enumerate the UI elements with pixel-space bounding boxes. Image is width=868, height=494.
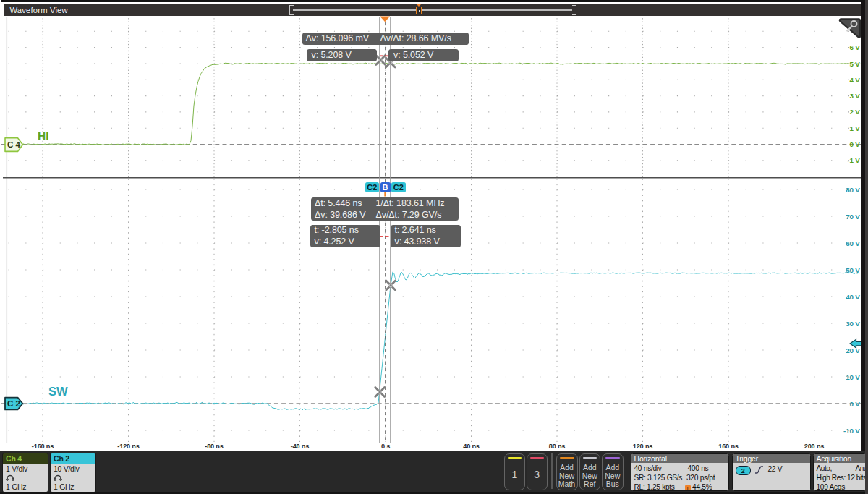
svg-text:C 4: C 4 [7,140,21,149]
svg-text:-10 V: -10 V [843,427,860,435]
svg-text:160 ns: 160 ns [718,443,738,450]
svg-text:60 V: 60 V [846,239,860,247]
svg-text:-160 ns: -160 ns [32,443,54,450]
svg-text:C 2: C 2 [7,399,20,408]
svg-text:4 V: 4 V [849,76,860,84]
svg-text:0 V: 0 V [849,140,860,148]
svg-text:5 V: 5 V [849,60,860,68]
svg-text:30 V: 30 V [846,320,860,328]
svg-text:20 V: 20 V [846,346,860,354]
svg-text:HI: HI [38,129,49,142]
svg-text:10 V: 10 V [846,373,860,381]
svg-text:-80 ns: -80 ns [205,443,223,450]
svg-text:70 V: 70 V [846,213,860,221]
svg-text:200 ns: 200 ns [804,443,824,450]
svg-text:40 V: 40 V [846,293,860,301]
svg-text:120 ns: 120 ns [633,443,652,450]
svg-text:80 ns: 80 ns [549,443,566,450]
svg-text:0 V: 0 V [849,400,860,408]
svg-text:40 ns: 40 ns [463,443,480,450]
svg-text:-40 ns: -40 ns [291,443,309,450]
svg-text:SW: SW [48,385,68,398]
svg-text:6 V: 6 V [849,43,860,51]
svg-text:50 V: 50 V [846,266,860,274]
svg-text:-120 ns: -120 ns [117,443,139,450]
svg-text:80 V: 80 V [846,186,860,194]
svg-text:1 V: 1 V [849,124,860,132]
svg-text:-1 V: -1 V [847,156,860,164]
svg-text:2 V: 2 V [849,108,860,116]
svg-text:3 V: 3 V [849,92,860,100]
svg-text:0 s: 0 s [381,443,390,450]
